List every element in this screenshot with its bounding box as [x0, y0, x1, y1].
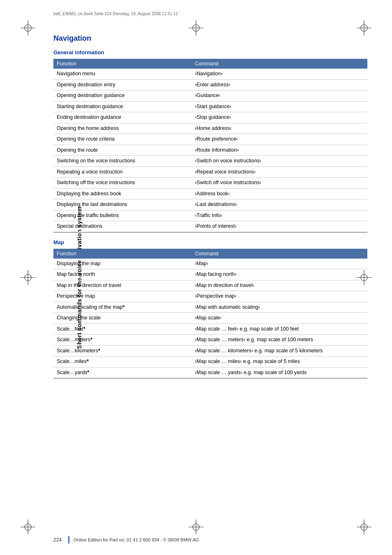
- command-cell: ›Traffic Info‹: [191, 210, 367, 221]
- command-cell: ›Last destinations‹: [191, 199, 367, 210]
- function-cell: Changing the scale: [53, 313, 191, 324]
- asterisk-bold: *: [83, 326, 85, 332]
- reg-mark-tl: [21, 21, 35, 35]
- function-cell: Ending destination guidance: [53, 112, 191, 123]
- function-cell: Opening destination guidance: [53, 90, 191, 102]
- asterisk-bold: *: [87, 358, 89, 364]
- function-cell: Starting destination guidance: [53, 101, 191, 112]
- reg-mark-bl: [21, 520, 35, 534]
- table-row: Ending destination guidance›Stop guidanc…: [53, 112, 367, 123]
- table-row: Opening destination guidance›Guidance‹: [53, 90, 367, 102]
- table-row: Navigation menu›Navigation‹: [53, 69, 367, 79]
- table-row: Scale…feet*›Map scale … feet‹ e.g. map s…: [53, 324, 367, 335]
- command-cell: ›Switch on voice instructions‹: [191, 156, 367, 167]
- function-cell: Opening the route criteria: [53, 134, 191, 145]
- table-row: Scale…meters*›Map scale … meters‹ e.g. m…: [53, 335, 367, 346]
- command-cell: ›Map scale … miles‹ e.g. map scale of 5 …: [191, 356, 367, 368]
- function-cell: Map facing north: [53, 269, 191, 280]
- function-cell: Automatic scaling of the map*: [53, 302, 191, 313]
- function-cell: Opening destination entry: [53, 79, 191, 90]
- asterisk-bold: *: [90, 337, 92, 342]
- asterisk-bold: *: [87, 370, 89, 375]
- command-cell: ›Map facing north‹: [191, 269, 367, 280]
- general-info-subheading: General information: [53, 49, 367, 56]
- table-row: Map in the direction of travel›Map in di…: [53, 280, 367, 291]
- page-container: ba8_E90M3_cic.book Seite 224 Dienstag, 1…: [0, 0, 392, 555]
- table-row: Displaying the last destinations›Last de…: [53, 199, 367, 210]
- general-info-table: Function Command Navigation menu›Navigat…: [53, 59, 367, 233]
- table-row: Starting destination guidance›Start guid…: [53, 101, 367, 112]
- function-cell: Scale…miles*: [53, 356, 191, 368]
- command-cell: ›Address book‹: [191, 188, 367, 199]
- command-cell: ›Switch off voice instructions‹: [191, 178, 367, 189]
- function-cell: Switching on the voice instructions: [53, 156, 191, 167]
- table-row: Opening the traffic bulletins›Traffic In…: [53, 210, 367, 221]
- table-row: Repeating a voice instruction›Repeat voi…: [53, 166, 367, 178]
- function-cell: Scale…feet*: [53, 324, 191, 335]
- table-row: Special destinations›Points of interest‹: [53, 221, 367, 232]
- reg-mark-ml: [21, 270, 35, 285]
- command-cell: ›Enter address‹: [191, 79, 367, 90]
- command-cell: ›Route preference‹: [191, 134, 367, 145]
- col-function-header: Function: [53, 59, 191, 69]
- command-cell: ›Map scale … meters‹ e.g. map scale of 1…: [191, 335, 367, 346]
- command-cell: ›Home address‹: [191, 123, 367, 134]
- command-cell: ›Stop guidance‹: [191, 112, 367, 123]
- function-cell: Navigation menu: [53, 69, 191, 79]
- function-cell: Opening the route: [53, 145, 191, 156]
- table-row: Switching off the voice instructions›Swi…: [53, 178, 367, 189]
- function-cell: Displaying the map: [53, 259, 191, 269]
- asterisk-bold: *: [123, 304, 125, 310]
- map-subheading: Map: [53, 239, 367, 245]
- function-cell: Displaying the address book: [53, 188, 191, 199]
- command-cell: ›Navigation‹: [191, 69, 367, 79]
- page-number: 224: [53, 537, 62, 543]
- command-cell: ›Map with automatic scaling‹: [191, 302, 367, 313]
- footer-divider: [68, 536, 69, 543]
- col-command-header: Command: [191, 59, 367, 69]
- main-content: Navigation General information Function …: [53, 31, 367, 522]
- table-row: Scale…yards*›Map scale … yards‹ e.g. map…: [53, 367, 367, 378]
- command-cell: ›Map scale … kilometers‹ e.g. map scale …: [191, 345, 367, 356]
- footer-text: Online Edition for Part no. 01 41 2 600 …: [74, 537, 199, 542]
- command-cell: ›Guidance‹: [191, 90, 367, 102]
- command-cell: ›Map in direction of travel‹: [191, 280, 367, 291]
- table-row: Scale…miles*›Map scale … miles‹ e.g. map…: [53, 356, 367, 368]
- file-info: ba8_E90M3_cic.book Seite 224 Dienstag, 1…: [53, 12, 178, 16]
- table-row: Opening the home address›Home address‹: [53, 123, 367, 134]
- map-col-function-header: Function: [53, 249, 191, 259]
- function-cell: Special destinations: [53, 221, 191, 232]
- command-cell: ›Repeat voice instructions‹: [191, 166, 367, 178]
- asterisk-bold: *: [98, 348, 100, 354]
- table-row: Automatic scaling of the map*›Map with a…: [53, 302, 367, 313]
- command-cell: ›Map scale … feet‹ e.g. map scale of 100…: [191, 324, 367, 335]
- function-cell: Scale…yards*: [53, 367, 191, 378]
- table-row: Perspective map›Perspective map‹: [53, 291, 367, 302]
- table-row: Switching on the voice instructions›Swit…: [53, 156, 367, 167]
- command-cell: ›Points of interest‹: [191, 221, 367, 232]
- command-cell: ›Start guidance‹: [191, 101, 367, 112]
- function-cell: Displaying the last destinations: [53, 199, 191, 210]
- command-cell: ›Perspective map‹: [191, 291, 367, 302]
- map-table: Function Command Displaying the map›Map‹…: [53, 249, 367, 379]
- table-row: Changing the scale›Map scale‹: [53, 313, 367, 324]
- function-cell: Map in the direction of travel: [53, 280, 191, 291]
- table-row: Opening the route criteria›Route prefere…: [53, 134, 367, 145]
- navigation-heading: Navigation: [53, 34, 367, 43]
- function-cell: Opening the home address: [53, 123, 191, 134]
- table-header-row: Function Command: [53, 59, 367, 69]
- command-cell: ›Map scale … yards‹ e.g. map scale of 10…: [191, 367, 367, 378]
- function-cell: Scale…meters*: [53, 335, 191, 346]
- function-cell: Opening the traffic bulletins: [53, 210, 191, 221]
- table-row: Displaying the map›Map‹: [53, 259, 367, 269]
- command-cell: ›Route information‹: [191, 145, 367, 156]
- table-row: Map facing north›Map facing north‹: [53, 269, 367, 280]
- command-cell: ›Map‹: [191, 259, 367, 269]
- table-row: Opening destination entry›Enter address‹: [53, 79, 367, 90]
- function-cell: Switching off the voice instructions: [53, 178, 191, 189]
- table-row: Scale…kilometers*›Map scale … kilometers…: [53, 345, 367, 356]
- table-row: Displaying the address book›Address book…: [53, 188, 367, 199]
- function-cell: Perspective map: [53, 291, 191, 302]
- footer: 224 Online Edition for Part no. 01 41 2 …: [53, 536, 367, 543]
- function-cell: Scale…kilometers*: [53, 345, 191, 356]
